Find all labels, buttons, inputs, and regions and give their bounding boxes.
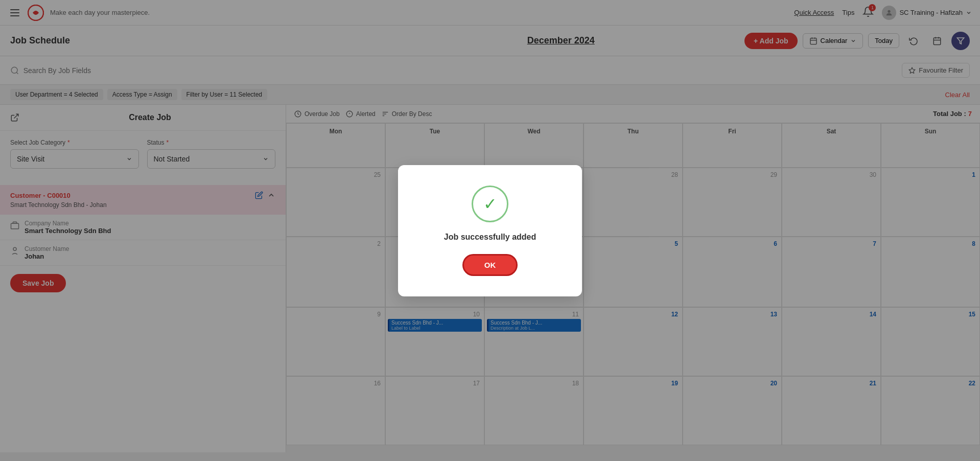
modal-overlay[interactable]: ✓ Job successfully added OK: [0, 0, 980, 452]
modal-box: ✓ Job successfully added OK: [398, 165, 582, 296]
success-icon: ✓: [472, 186, 508, 222]
modal-message: Job successfully added: [423, 233, 557, 242]
modal-ok-button[interactable]: OK: [462, 254, 518, 276]
